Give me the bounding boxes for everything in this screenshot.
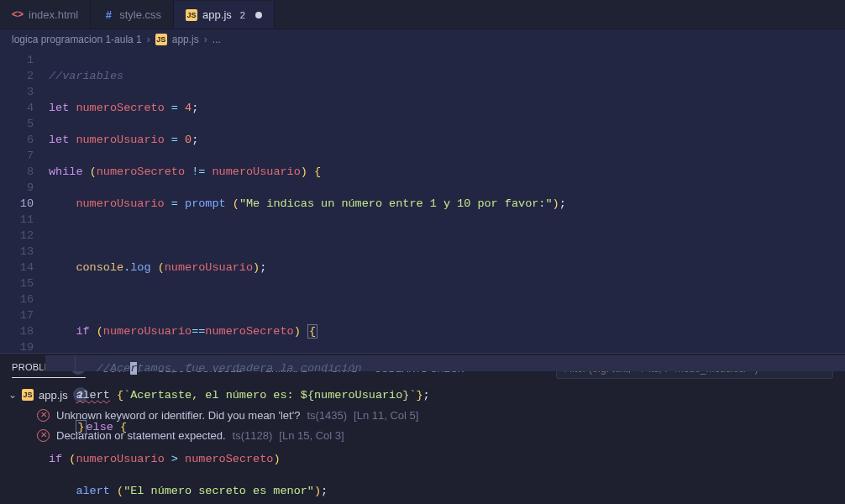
chevron-right-icon: › xyxy=(204,34,207,45)
tab-label: index.html xyxy=(29,8,78,21)
tab-style-css[interactable]: # style.css xyxy=(91,0,174,29)
html-icon: <> xyxy=(12,8,24,20)
chevron-down-icon: ⌄ xyxy=(8,389,17,401)
js-icon: JS xyxy=(186,9,197,21)
breadcrumb-tail: ... xyxy=(213,34,221,45)
breadcrumb-folder: logica programacion 1-aula 1 xyxy=(12,34,142,45)
tab-label: app.js xyxy=(202,8,232,21)
css-icon: # xyxy=(102,8,114,20)
error-icon: ✕ xyxy=(37,429,50,442)
tab-index-html[interactable]: <> index.html xyxy=(0,0,91,29)
line-number-gutter: 12345 6789 10 11121314 1516171819 xyxy=(0,50,49,353)
js-icon: JS xyxy=(155,34,167,45)
code-area[interactable]: //variables let numeroSecreto = 4; let n… xyxy=(49,50,845,353)
breadcrumb[interactable]: logica programacion 1-aula 1 › JS app.js… xyxy=(0,29,845,50)
chevron-right-icon: › xyxy=(147,34,150,45)
error-icon: ✕ xyxy=(37,409,50,422)
tab-app-js[interactable]: JS app.js 2 xyxy=(174,0,275,29)
breadcrumb-file: app.js xyxy=(172,34,199,45)
dirty-indicator-icon xyxy=(255,12,262,18)
editor-tabs: <> index.html # style.css JS app.js 2 xyxy=(0,0,845,29)
js-icon: JS xyxy=(22,389,34,401)
code-editor[interactable]: 12345 6789 10 11121314 1516171819 //vari… xyxy=(0,50,845,353)
tab-label: style.css xyxy=(119,8,161,21)
tab-problem-count: 2 xyxy=(240,10,245,20)
